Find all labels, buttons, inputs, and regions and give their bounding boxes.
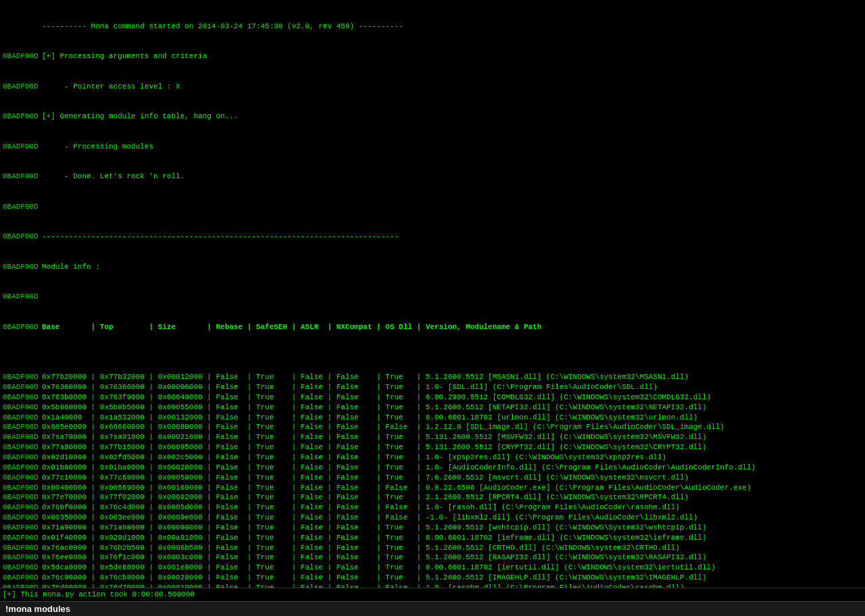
table-row: 0BADF00D0x00350000 | 0x003ee000 | 0x0009… bbox=[3, 513, 862, 523]
table-row: 0BADF00D0x77c10000 | 0x77c68000 | 0x0005… bbox=[3, 473, 862, 483]
table-row: 0BADF00D0x665e0000 | 0x66660000 | 0x0008… bbox=[3, 422, 862, 432]
header-processing-mods: 0BADF00D - Processing modules bbox=[3, 142, 862, 152]
table-row: 0BADF00D0x76c90000 | 0x76cb8000 | 0x0002… bbox=[3, 573, 862, 583]
table-row: 0BADF00D0x763b0000 | 0x763f9000 | 0x0004… bbox=[3, 392, 862, 403]
terminal-output[interactable]: ---------- Mona command started on 2014-… bbox=[0, 0, 865, 588]
table-row: 0BADF00D0x02d10000 | 0x02fd5000 | 0x002c… bbox=[3, 453, 862, 463]
header-empty2: 0BADF00D bbox=[3, 292, 862, 302]
table-row: 0BADF00D0x01f40000 | 0x029d1000 | 0x00a9… bbox=[3, 533, 862, 543]
table-row: 0BADF00D0x01b80000 | 0x01ba0000 | 0x0002… bbox=[3, 463, 862, 473]
table-row: 0BADF00D0x76d60000 | 0x76d79000 | 0x0001… bbox=[3, 583, 862, 588]
terminal-container: ---------- Mona command started on 2014-… bbox=[0, 0, 865, 616]
table-row: 0BADF00D0x76bf0000 | 0x76c4d000 | 0x0005… bbox=[3, 503, 862, 513]
table-row: 0BADF00D0x77b20000 | 0x77b32000 | 0x0001… bbox=[3, 372, 862, 382]
table-row: 0BADF00D0x77a80000 | 0x77b15000 | 0x0009… bbox=[3, 442, 862, 453]
table-row: 0BADF00D0x76360000 | 0x76366000 | 0x0000… bbox=[3, 382, 862, 392]
header-processing-args: 0BADF00D [+] Processing arguments and cr… bbox=[3, 51, 862, 61]
header-separator: ---------- Mona command started on 2014-… bbox=[3, 22, 862, 32]
data-rows: 0BADF00D0x77b20000 | 0x77b32000 | 0x0001… bbox=[3, 353, 862, 588]
title-bar: !mona modules bbox=[0, 601, 865, 616]
header-empty1: 0BADF00D bbox=[3, 202, 862, 212]
status-bar: [+] This mona.py action took 0:00:00.500… bbox=[0, 588, 865, 601]
status-text: [+] This mona.py action took 0:00:00.500… bbox=[3, 590, 195, 598]
title-text: !mona modules bbox=[5, 604, 70, 614]
table-row: 0BADF00D0x77e70000 | 0x77f02000 | 0x0009… bbox=[3, 492, 862, 503]
header-pointer-access: 0BADF00D - Pointer access level : X bbox=[3, 82, 862, 92]
header-done: 0BADF00D - Done. Let's rock 'n roll. bbox=[3, 172, 862, 182]
module-info-label: 0BADF00D Module info : bbox=[3, 262, 862, 272]
table-row: 0BADF00D0x1a40000 | 0x1a532000 | 0x00132… bbox=[3, 413, 862, 423]
column-headers: 0BADF00D Base | Top | Size | Rebase | Sa… bbox=[3, 322, 862, 332]
table-row: 0BADF00D0x5dca0000 | 0x5de88000 | 0x001e… bbox=[3, 563, 862, 573]
header-generating: 0BADF00D [+] Generating module info tabl… bbox=[3, 111, 862, 122]
table-row: 0BADF00D0x5b860000 | 0x5b8b5000 | 0x0005… bbox=[3, 403, 862, 413]
table-row: 0BADF00D0x76ee0000 | 0x76f1c000 | 0x0003… bbox=[3, 553, 862, 563]
header-separator2: 0BADF00D -------------------------------… bbox=[3, 232, 862, 242]
table-row: 0BADF00D0x76ac0000 | 0x76b2b500 | 0x0006… bbox=[3, 543, 862, 553]
table-row: 0BADF00D0x7sa70000 | 0x7sa91000 | 0x0002… bbox=[3, 432, 862, 442]
table-row: 0BADF00D0x00400000 | 0x00569000 | 0x0016… bbox=[3, 483, 862, 493]
table-row: 0BADF00D0x71a90000 | 0x71a98000 | 0x0000… bbox=[3, 523, 862, 533]
